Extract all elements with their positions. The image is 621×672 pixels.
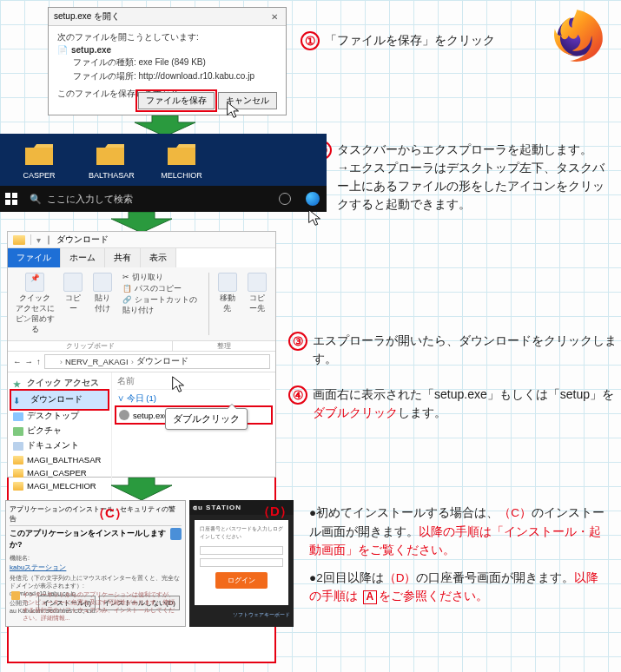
close-icon[interactable]: ✕	[268, 10, 281, 23]
reference-a-icon: A	[363, 590, 377, 604]
step-4-number: ④	[288, 385, 307, 405]
sidebar-downloads[interactable]: ⬇ダウンロード	[11, 391, 108, 409]
panelc-name[interactable]: kabuステーション	[10, 563, 182, 572]
folder-icon	[49, 359, 57, 366]
desktop-icon	[13, 412, 23, 421]
svg-rect-3	[5, 200, 10, 205]
svg-rect-1	[5, 193, 10, 198]
group-today[interactable]: ∨ 今日 (1)	[117, 393, 270, 405]
desktop-folder[interactable]: BALTHASAR	[89, 142, 132, 180]
tab-file[interactable]: ファイル	[8, 248, 61, 267]
dialog-filetype: ファイルの種類: exe File (849 KB)	[57, 56, 277, 69]
tab-share[interactable]: 共有	[105, 248, 141, 267]
sidebar-folder[interactable]: MAGI_CASPER	[11, 466, 108, 479]
breadcrumb[interactable]: ←→↑ › NERV_R_AKAGI › ダウンロード	[8, 352, 275, 372]
paneld-hint: 口座番号とパスワードを入力しログインしてください	[200, 525, 283, 541]
ribbon-pin[interactable]: 📌 クイック アクセスにピン留めする	[15, 273, 55, 335]
explorer-sidebar: ★クイック アクセス ⬇ダウンロード デスクトップ ピクチャ ドキュメント MA…	[8, 372, 112, 507]
folder-label: BALTHASAR	[89, 171, 132, 180]
password-input[interactable]	[200, 558, 283, 567]
sidebar-pictures[interactable]: ピクチャ	[11, 424, 108, 438]
open-file-dialog: setup.exe を開く ✕ 次のファイルを開こうとしています: 📄setup…	[48, 7, 287, 115]
ribbon-copypath[interactable]: 📋 パスのコピー	[122, 284, 200, 294]
cursor-icon	[169, 375, 188, 394]
tab-view[interactable]: 表示	[141, 248, 176, 267]
copy-icon	[63, 273, 83, 292]
dialog-filefrom: ファイルの場所: http://download.r10.kabu.co.jp	[57, 70, 277, 82]
arrow-down-icon	[111, 212, 172, 233]
arrow-down-icon	[111, 478, 172, 500]
ribbon-cut[interactable]: ✂ 切り取り	[122, 273, 200, 283]
ribbon-paste[interactable]: 貼り付け	[91, 273, 114, 314]
desktop-folder[interactable]: CASPER	[17, 142, 61, 180]
save-file-button[interactable]: ファイルを保存	[138, 92, 215, 109]
desktop-screenshot: CASPER BALTHASAR MELCHIOR 🔍 ここに入力して検索	[0, 134, 327, 212]
sidebar-documents[interactable]: ドキュメント	[11, 438, 108, 453]
panelc-question: このアプリケーションをインストールしますか?	[10, 528, 170, 550]
step-3-text: エスプローラが開いたら、ダウンロードをクリックします。	[313, 332, 621, 368]
crumb-folder[interactable]: ダウンロード	[136, 356, 188, 367]
login-button[interactable]: ログイン	[215, 572, 268, 589]
ribbon-moveto[interactable]: 移動先	[218, 273, 237, 314]
step-3-number: ③	[288, 332, 307, 351]
panelc-pub-label: 発信元（下の文字列の上にマウスポインターを置くと、完全なドメインが表示されます）…	[10, 575, 182, 590]
paste-icon	[93, 273, 112, 292]
taskbar-search[interactable]: 🔍 ここに入力して検索	[23, 193, 188, 206]
file-icon: 📄	[57, 45, 68, 55]
bottom-instructions: ●初めてインストールする場合は、（C）のインストール画面が開きます。以降の手順は…	[309, 504, 610, 615]
dialog-prompt: 次のファイルを開こうとしています:	[57, 31, 277, 43]
svg-rect-4	[12, 200, 17, 205]
search-placeholder: ここに入力して検索	[47, 193, 133, 206]
explorer-ribbon: 📌 クイック アクセスにピン留めする コピー 貼り付け ✂ 切り取り 📋 パスの…	[8, 267, 275, 341]
taskbar: 🔍 ここに入力して検索	[0, 186, 327, 212]
explorer-window: ▾ ｜ ダウンロード ファイル ホーム 共有 表示 📌 クイック アクセスにピン…	[7, 231, 276, 478]
step-2-text-1: タスクバーからエクスプローラを起動します。	[337, 142, 592, 156]
double-click-tooltip: ダブルクリック	[165, 408, 248, 430]
step-1-text: 「ファイルを保存」をクリック	[325, 31, 495, 50]
ribbon-copy[interactable]: コピー	[63, 273, 83, 314]
start-icon[interactable]	[0, 186, 23, 212]
dialog-filename: setup.exe	[71, 45, 111, 55]
documents-icon	[13, 442, 23, 451]
shield-icon	[11, 591, 20, 600]
cortana-icon[interactable]	[271, 186, 299, 212]
ribbon-pastesc[interactable]: 🔗 ショートカットの貼り付け	[122, 295, 200, 316]
panelc-name-label: 機能名:	[10, 554, 182, 563]
pin-icon: 📌	[25, 273, 44, 292]
step-1-number: ①	[301, 31, 320, 50]
sidebar-folder[interactable]: MAGI_MELCHIOR	[11, 479, 108, 492]
folder-icon	[13, 235, 25, 245]
sidebar-folder[interactable]: MAGI_BALTHASAR	[11, 453, 108, 466]
ribbon-copyto[interactable]: コピー先	[246, 273, 268, 314]
explorer-tabs: ファイル ホーム 共有 表示	[8, 248, 275, 267]
sidebar-quick-access[interactable]: ★クイック アクセス	[11, 376, 108, 391]
step-4-text: 画面右に表示された「setup.exe」もしくは「setup」をダブルクリックし…	[313, 385, 621, 422]
download-icon: ⬇	[13, 396, 23, 405]
cursor-icon	[224, 101, 243, 120]
step-2-text-2: →エクスプローラはデスクトップ左下、タスクバー上にあるファイルの形をしたアイコン…	[337, 161, 604, 211]
tab-home[interactable]: ホーム	[61, 248, 105, 267]
move-icon	[218, 273, 237, 292]
column-name[interactable]: 名前	[117, 376, 270, 390]
sidebar-desktop[interactable]: デスクトップ	[11, 409, 108, 424]
svg-rect-2	[12, 193, 17, 198]
software-keyboard-link[interactable]: ソフトウェアキーボード	[189, 610, 294, 620]
account-input[interactable]	[200, 546, 283, 555]
folder-icon	[13, 456, 23, 464]
folder-label: CASPER	[17, 171, 61, 180]
star-icon: ★	[13, 379, 23, 388]
dropdown-icon[interactable]: ▾	[36, 235, 41, 245]
panelc-warning: インターネットからのアプリケーションは便利ですが、コンピューターに危害を及ぼす可…	[23, 591, 180, 623]
firefox-logo-icon	[548, 7, 605, 64]
ribbon-group-label: 整理	[173, 341, 275, 351]
search-icon: 🔍	[30, 194, 42, 205]
ribbon-group-label: クリップボード	[8, 341, 173, 351]
crumb-user[interactable]: NERV_R_AKAGI	[65, 357, 129, 366]
cursor-icon	[306, 208, 325, 227]
dialog-title: setup.exe を開く	[54, 10, 120, 23]
folder-icon	[13, 482, 23, 491]
gear-icon	[119, 410, 129, 420]
explorer-title: ダウンロード	[56, 234, 109, 246]
label-d: （D）	[257, 504, 293, 520]
desktop-folder[interactable]: MELCHIOR	[160, 142, 203, 180]
